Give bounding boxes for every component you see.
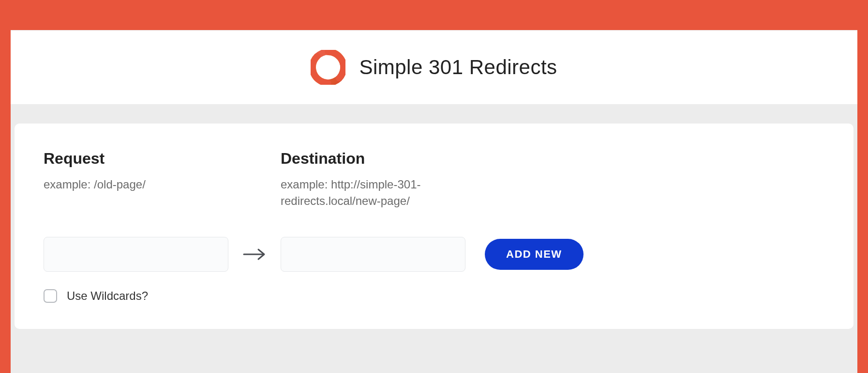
- brand-arrow-circle-icon: [311, 50, 345, 85]
- wildcards-row: Use Wildcards?: [44, 289, 824, 303]
- column-headings: Request example: /old-page/ Destination …: [44, 150, 824, 209]
- destination-example-text: example: http://simple-301-redirects.loc…: [281, 176, 455, 209]
- destination-heading: Destination: [281, 150, 824, 168]
- brand-title: Simple 301 Redirects: [359, 56, 557, 79]
- request-input[interactable]: [44, 237, 228, 272]
- add-new-button[interactable]: ADD NEW: [485, 239, 584, 270]
- header-content: Simple 301 Redirects: [311, 50, 557, 85]
- wildcards-label: Use Wildcards?: [67, 289, 148, 303]
- wildcards-checkbox[interactable]: [44, 289, 57, 303]
- destination-column: Destination example: http://simple-301-r…: [281, 150, 824, 209]
- request-example-text: example: /old-page/: [44, 176, 218, 193]
- redirect-form-card: Request example: /old-page/ Destination …: [15, 124, 853, 329]
- input-row: ADD NEW: [44, 237, 824, 272]
- destination-input[interactable]: [281, 237, 465, 272]
- outer-panel: Simple 301 Redirects Request example: /o…: [11, 30, 857, 373]
- request-column: Request example: /old-page/: [44, 150, 281, 209]
- arrow-right-icon: [228, 248, 281, 261]
- request-heading: Request: [44, 150, 281, 168]
- header-card: Simple 301 Redirects: [11, 30, 857, 104]
